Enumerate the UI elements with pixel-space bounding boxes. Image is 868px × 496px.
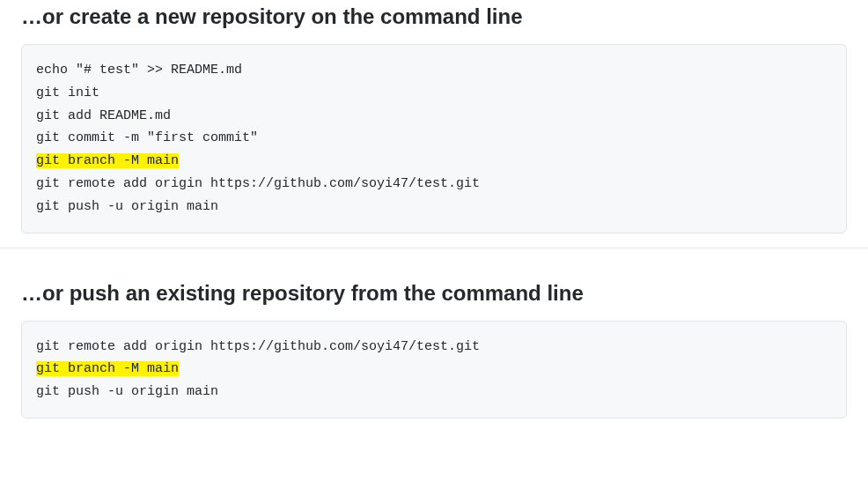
section-divider (0, 248, 868, 248)
highlighted-command: git branch -M main (36, 361, 179, 376)
code-line: git remote add origin https://github.com… (36, 173, 832, 196)
code-line: git remote add origin https://github.com… (36, 336, 832, 359)
push-existing-repo-heading: …or push an existing repository from the… (21, 280, 847, 307)
code-line: git init (36, 82, 832, 105)
push-existing-repo-section: …or push an existing repository from the… (0, 280, 868, 418)
code-line: git add README.md (36, 105, 832, 128)
create-new-repo-heading: …or create a new repository on the comma… (21, 4, 847, 30)
highlighted-command: git branch -M main (36, 153, 179, 168)
code-line: git commit -m "first commit" (36, 127, 832, 150)
code-line: git branch -M main (36, 150, 832, 173)
code-line: git branch -M main (36, 358, 832, 381)
code-line: echo "# test" >> README.md (36, 59, 832, 82)
code-line: git push -u origin main (36, 196, 832, 218)
create-new-repo-section: …or create a new repository on the comma… (0, 4, 868, 233)
create-new-repo-codeblock: echo "# test" >> README.md git init git … (21, 44, 847, 233)
push-existing-repo-codeblock: git remote add origin https://github.com… (21, 321, 847, 418)
code-line: git push -u origin main (36, 381, 832, 403)
